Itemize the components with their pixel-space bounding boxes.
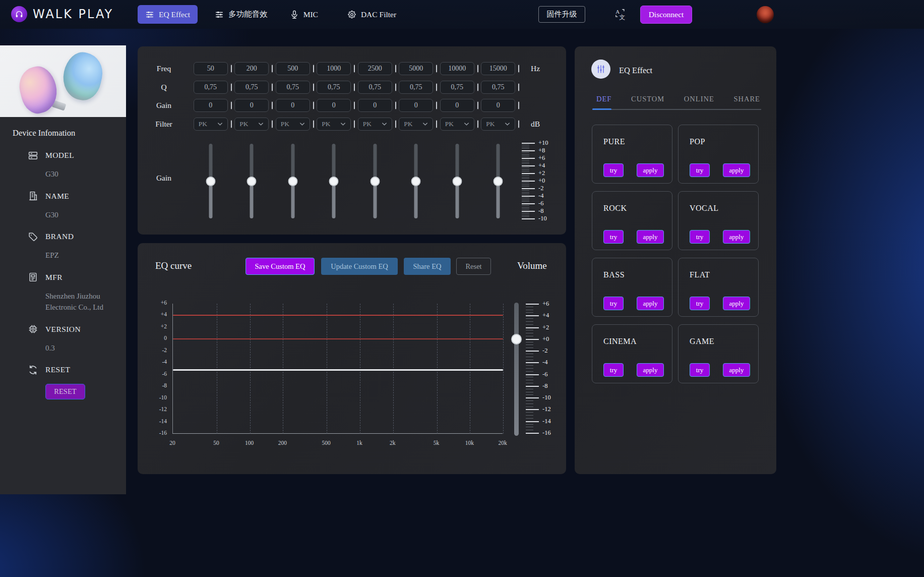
- gain-slider-band-5: [354, 144, 396, 218]
- eq-band-gain-input[interactable]: [399, 99, 433, 112]
- eq-band-filter-select[interactable]: PK: [317, 118, 351, 131]
- preset-apply-button[interactable]: apply: [723, 297, 750, 310]
- preset-apply-button[interactable]: apply: [723, 230, 750, 244]
- ruler-tick: [522, 218, 535, 219]
- ruler-tick: [526, 339, 539, 340]
- gain-slider-knob[interactable]: [452, 177, 462, 186]
- preset-apply-button[interactable]: apply: [723, 363, 750, 377]
- preset-try-button[interactable]: try: [690, 297, 710, 310]
- eq-band-filter-select[interactable]: PK: [399, 118, 433, 131]
- eq-band-filter-select[interactable]: PK: [481, 118, 515, 131]
- eq-band-freq-input[interactable]: [481, 62, 515, 75]
- presets-tab-share[interactable]: SHARE: [733, 95, 760, 103]
- chevron-down-icon: [505, 122, 510, 126]
- presets-tab-online[interactable]: ONLINE: [684, 95, 714, 103]
- ruler-label: -4: [538, 192, 543, 200]
- eq-band-gain-input[interactable]: [234, 99, 269, 112]
- eq-band-gain-input[interactable]: [276, 99, 310, 112]
- eq-band-filter-select[interactable]: PK: [276, 118, 310, 131]
- share-eq-button[interactable]: Share EQ: [404, 258, 451, 275]
- eq-band-gain-input[interactable]: [358, 99, 392, 112]
- firmware-upgrade-button[interactable]: 固件升级: [538, 6, 585, 23]
- preset-try-button[interactable]: try: [690, 163, 710, 177]
- eq-band-freq-input[interactable]: [194, 62, 228, 75]
- preset-try-button[interactable]: try: [603, 230, 624, 244]
- eq-band-filter-select[interactable]: PK: [440, 118, 474, 131]
- preset-try-button[interactable]: try: [603, 363, 624, 377]
- chart-y-tick-label: +6: [147, 300, 167, 306]
- eq-response-curve: [173, 369, 503, 371]
- eq-band-freq-input[interactable]: [399, 62, 433, 75]
- preset-apply-button[interactable]: apply: [723, 163, 750, 177]
- eq-band-freq-input[interactable]: [358, 62, 392, 75]
- eq-band-q-input[interactable]: [317, 81, 351, 94]
- eq-band-q-input[interactable]: [276, 81, 310, 94]
- eq-band-q-input[interactable]: [399, 81, 433, 94]
- eq-band-freq-input[interactable]: [440, 62, 474, 75]
- eq-band-gain-input[interactable]: [194, 99, 228, 112]
- eq-band-q-input[interactable]: [358, 81, 392, 94]
- nav-item-eq-effect[interactable]: EQ Effect: [138, 5, 198, 24]
- nav-item-mic[interactable]: MIC: [290, 10, 318, 19]
- device-reset-button[interactable]: RESET: [45, 384, 85, 399]
- eq-band-gain-input[interactable]: [481, 99, 515, 112]
- ruler-label: -6: [542, 370, 547, 378]
- device-info-value: 0.3: [45, 342, 118, 354]
- eq-band-filter-select[interactable]: PK: [194, 118, 228, 131]
- reset-icon: [28, 365, 38, 375]
- translate-icon[interactable]: A 文: [614, 8, 626, 20]
- gain-slider-knob[interactable]: [494, 177, 503, 186]
- device-image: [0, 45, 126, 117]
- chevron-down-icon: [299, 122, 305, 126]
- gain-slider-knob[interactable]: [411, 177, 421, 186]
- eq-band-freq-input[interactable]: [276, 62, 310, 75]
- ruler-tick: [522, 152, 529, 153]
- presets-tab-custom[interactable]: CUSTOM: [631, 95, 664, 103]
- gain-slider-knob[interactable]: [247, 177, 257, 186]
- preset-apply-button[interactable]: apply: [637, 230, 664, 244]
- avatar[interactable]: [757, 6, 774, 23]
- device-info-value: G30: [45, 209, 118, 221]
- chart-vgridline: [503, 304, 504, 434]
- presets-tab-def[interactable]: DEF: [596, 95, 611, 103]
- nav-item-label: EQ Effect: [159, 10, 190, 19]
- gain-slider-knob[interactable]: [206, 177, 215, 186]
- volume-slider-track[interactable]: [514, 303, 519, 436]
- disconnect-button[interactable]: Disconnect: [640, 6, 692, 24]
- ruler-label: -12: [542, 405, 551, 413]
- preset-apply-button[interactable]: apply: [637, 363, 664, 377]
- save-custom-eq-button[interactable]: Save Custom EQ: [245, 258, 315, 275]
- device-info-label-row: BRAND: [28, 230, 126, 243]
- nav-item-multi-effect[interactable]: 多功能音效: [215, 9, 268, 20]
- ruler-tick: [526, 397, 539, 398]
- update-custom-eq-button[interactable]: Update Custom EQ: [321, 258, 398, 275]
- ruler-tick: [522, 185, 529, 185]
- preset-apply-button[interactable]: apply: [637, 163, 664, 177]
- preset-try-button[interactable]: try: [603, 297, 624, 310]
- preset-try-button[interactable]: try: [690, 363, 710, 377]
- preset-try-button[interactable]: try: [603, 163, 624, 177]
- eq-band-q-input[interactable]: [194, 81, 228, 94]
- eq-band-gain-input[interactable]: [317, 99, 351, 112]
- eq-band-freq-input[interactable]: [317, 62, 351, 75]
- reset-eq-button[interactable]: Reset: [456, 258, 491, 275]
- gain-slider-knob[interactable]: [288, 177, 297, 186]
- presets-grid: PUREtryapplyPOPtryapplyROCKtryapplyVOCAL…: [592, 125, 759, 383]
- eq-band-filter-select[interactable]: PK: [234, 118, 269, 131]
- eq-band-gain-input[interactable]: [440, 99, 474, 112]
- eq-band-q-input[interactable]: [440, 81, 474, 94]
- gain-slider-knob[interactable]: [370, 177, 380, 186]
- gain-slider-band-8: [478, 144, 519, 218]
- preset-name: FLAT: [690, 270, 710, 279]
- eq-band-filter-select[interactable]: PK: [358, 118, 392, 131]
- nav-item-dac-filter[interactable]: DAC Filter: [347, 10, 396, 19]
- eq-band-q-input[interactable]: [481, 81, 515, 94]
- eq-band-q-input[interactable]: [234, 81, 269, 94]
- preset-apply-button[interactable]: apply: [637, 297, 664, 310]
- volume-slider-knob[interactable]: [511, 334, 522, 344]
- eq-band-gain-cell: [437, 99, 478, 112]
- preset-card-cinema: CINEMAtryapply: [592, 324, 672, 383]
- preset-try-button[interactable]: try: [690, 230, 710, 244]
- gain-slider-knob[interactable]: [329, 177, 339, 186]
- eq-band-freq-input[interactable]: [234, 62, 269, 75]
